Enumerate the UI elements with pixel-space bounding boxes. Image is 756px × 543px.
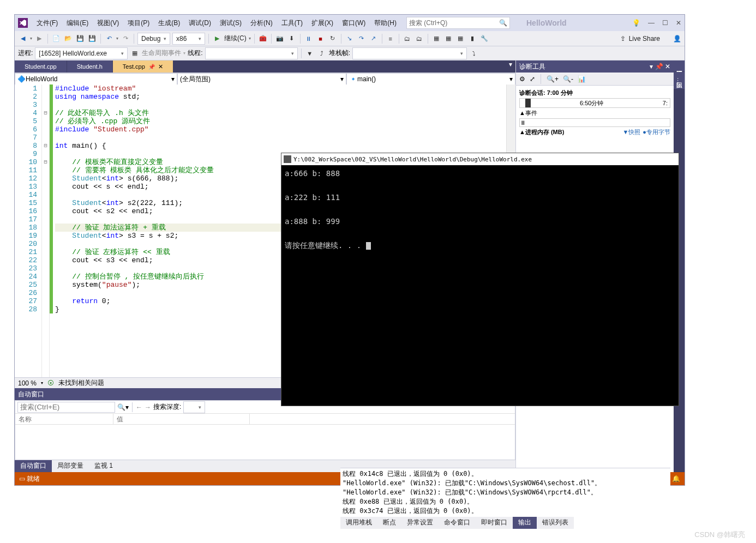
menu-编辑(E)[interactable]: 编辑(E): [62, 19, 93, 27]
feedback-icon[interactable]: 💡: [632, 19, 640, 27]
diag-events[interactable]: ▲事件: [519, 109, 537, 117]
zoom-out-icon[interactable]: 🔍-: [563, 75, 573, 83]
menu-项目(P)[interactable]: 项目(P): [123, 19, 154, 27]
btab-输出[interactable]: 输出: [513, 517, 537, 529]
nav-scope[interactable]: (全局范围)▾: [177, 73, 346, 85]
liveshare[interactable]: ⇪ Live Share 👤: [620, 35, 681, 43]
thread-combo[interactable]: ▾: [205, 47, 298, 59]
autos-window: 🔍▾ ← → 搜索深度: ▾ 名称 值: [15, 400, 515, 460]
step-over-icon[interactable]: ↷: [357, 34, 367, 44]
gear-icon[interactable]: ⚙: [519, 75, 525, 83]
stop-icon[interactable]: ■: [316, 34, 326, 44]
btab-自动窗口[interactable]: 自动窗口: [15, 460, 52, 472]
process-combo[interactable]: [16528] HelloWorld.exe▾: [35, 47, 128, 59]
back-icon[interactable]: ←: [136, 403, 142, 411]
vtab-解决方案资源管理器[interactable]: 解决方案资源管理器: [674, 61, 685, 71]
restart-icon[interactable]: ↻: [328, 34, 338, 44]
depth-combo[interactable]: ▾: [183, 401, 205, 413]
minimize-button[interactable]: —: [648, 19, 655, 27]
nav-member[interactable]: 🔹 main()▾: [346, 73, 515, 85]
console-title-text: Y:\002_WorkSpace\002_VS\HelloWorld\Hello…: [293, 156, 532, 163]
output-window[interactable]: 线程 0x14c8 已退出，返回值为 0 (0x0)。 "HelloWorld.…: [340, 468, 670, 517]
menu-生成(B)[interactable]: 生成(B): [154, 19, 184, 27]
standard-toolbar: ◀▾ ▶ 📄 📂 💾 💾 ↶▾ ↷ Debug▾ x86▾ ▶ 继续(C)▾ 🧰…: [15, 31, 685, 46]
process-label: 进程:: [18, 49, 33, 58]
nav-project[interactable]: 🔷 HelloWorld▾: [15, 73, 177, 85]
console-window[interactable]: Y:\002_WorkSpace\002_VS\HelloWorld\Hello…: [281, 153, 679, 406]
btab-命令窗口[interactable]: 命令窗口: [439, 517, 476, 529]
vtab-团队…[interactable]: 团队…: [674, 72, 685, 89]
expand-icon[interactable]: ⤢: [530, 75, 535, 83]
editor-tabs: Student.cppStudent.hTest.cpp 📌✕▾: [15, 61, 515, 73]
menu-分析(N)[interactable]: 分析(N): [246, 19, 277, 27]
menu-扩展(X)[interactable]: 扩展(X): [307, 19, 338, 27]
menu-窗口(W)[interactable]: 窗口(W): [338, 19, 370, 27]
btab-异常设置[interactable]: 异常设置: [401, 517, 439, 529]
forward-button[interactable]: ▶: [34, 34, 44, 44]
stackframe-combo[interactable]: ▾: [352, 47, 467, 59]
depth-label: 搜索深度:: [153, 402, 181, 412]
menu-工具(T)[interactable]: 工具(T): [277, 19, 307, 27]
continue-button[interactable]: ▶: [212, 34, 222, 44]
diag-memory[interactable]: ▲进程内存 (MB): [519, 128, 564, 136]
notification-icon[interactable]: 🔔: [672, 475, 680, 482]
misc-icon-6[interactable]: ▦: [455, 34, 465, 44]
user-icon[interactable]: 👤: [673, 35, 681, 43]
pause-icon: ⏸: [520, 119, 526, 126]
maximize-button[interactable]: ☐: [662, 19, 668, 27]
misc-icon-3[interactable]: 🗂: [415, 34, 424, 44]
save-all-icon[interactable]: 💾: [87, 34, 97, 44]
tab-Student.h[interactable]: Student.h: [67, 61, 113, 73]
sf-tool-icon[interactable]: ⤵: [469, 49, 479, 58]
console-icon: [284, 155, 291, 163]
platform-combo[interactable]: x86▾: [172, 33, 205, 45]
zoom-in-icon[interactable]: 🔍+: [547, 75, 559, 83]
misc-icon-1[interactable]: ≡: [386, 34, 395, 44]
filter-icon[interactable]: ▼: [305, 49, 315, 58]
chart-icon[interactable]: 📊: [578, 75, 586, 83]
menu-测试(S)[interactable]: 测试(S): [215, 19, 246, 27]
console-titlebar: Y:\002_WorkSpace\002_VS\HelloWorld\Hello…: [281, 153, 679, 165]
misc-icon-7[interactable]: ▮: [467, 34, 477, 44]
tool-icon-1[interactable]: 🧰: [258, 34, 268, 44]
fwd-icon[interactable]: →: [145, 403, 151, 411]
menu-帮助(H)[interactable]: 帮助(H): [370, 19, 401, 27]
tool-icon-3[interactable]: ⬇: [287, 34, 297, 44]
quick-search[interactable]: 搜索 (Ctrl+Q) 🔍: [406, 17, 510, 29]
config-combo[interactable]: Debug▾: [137, 33, 170, 45]
menu-视图(V)[interactable]: 视图(V): [93, 19, 123, 27]
menu-调试(D)[interactable]: 调试(D): [184, 19, 215, 27]
misc-icon-4[interactable]: ▦: [431, 34, 441, 44]
redo-icon[interactable]: ↷: [121, 34, 130, 44]
save-icon[interactable]: 💾: [75, 34, 85, 44]
btab-监视 1[interactable]: 监视 1: [89, 460, 118, 472]
misc-icon-8[interactable]: 🔧: [479, 34, 489, 44]
misc-icon-2[interactable]: 🗂: [403, 34, 412, 44]
tool-icon-2[interactable]: 📷: [275, 34, 285, 44]
pause-icon[interactable]: ⏸: [304, 34, 314, 44]
menu-文件(F)[interactable]: 文件(F): [32, 19, 62, 27]
tab-overflow[interactable]: ▾: [506, 61, 515, 73]
btab-局部变量[interactable]: 局部变量: [52, 460, 89, 472]
issue-status: 未找到相关问题: [58, 378, 104, 388]
step-out-icon[interactable]: ↗: [369, 34, 379, 44]
btab-断点[interactable]: 断点: [377, 517, 401, 529]
tab-Test.cpp[interactable]: Test.cpp 📌✕: [113, 61, 173, 73]
new-item-icon[interactable]: 📄: [51, 34, 61, 44]
stackframe-label: 堆栈帧:: [329, 49, 350, 58]
lifecycle-icon[interactable]: ▦: [130, 49, 140, 58]
step-into-icon[interactable]: ↘: [345, 34, 355, 44]
autos-search-input[interactable]: [17, 402, 115, 413]
open-icon[interactable]: 📂: [63, 34, 73, 44]
close-button[interactable]: ✕: [676, 19, 681, 27]
search-icon[interactable]: 🔍▾: [117, 403, 129, 411]
sf-icon[interactable]: ⤴: [317, 49, 327, 58]
zoom-level[interactable]: 100 %: [18, 379, 37, 387]
btab-调用堆栈[interactable]: 调用堆栈: [340, 517, 377, 529]
misc-icon-5[interactable]: ▦: [443, 34, 453, 44]
undo-icon[interactable]: ↶: [104, 34, 114, 44]
btab-错误列表[interactable]: 错误列表: [537, 517, 574, 529]
btab-即时窗口[interactable]: 即时窗口: [476, 517, 513, 529]
tab-Student.cpp[interactable]: Student.cpp: [15, 61, 67, 73]
back-button[interactable]: ◀: [18, 34, 28, 44]
